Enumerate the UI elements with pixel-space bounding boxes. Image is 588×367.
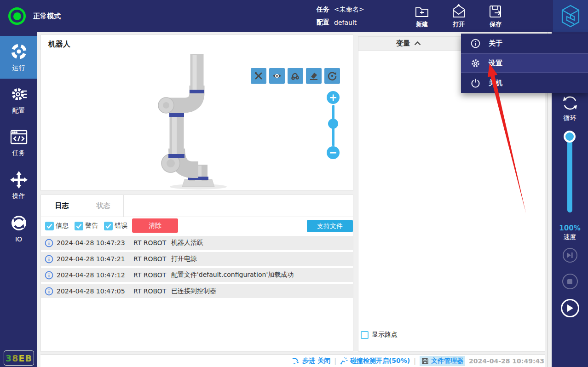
log-time: 2024-04-28 10:47:21	[57, 255, 133, 263]
badge-char: 3	[6, 353, 12, 363]
app-window: 正常模式 任务 <未命名> 配置 default 新建	[0, 0, 588, 367]
top-bar: 正常模式 任务 <未命名> 配置 default 新建	[0, 0, 588, 32]
minus-icon: −	[329, 147, 337, 158]
app-menu-button[interactable]	[553, 0, 588, 32]
io-arrows-icon	[10, 214, 28, 232]
path-icon	[290, 71, 300, 81]
filter-warning-label: 警告	[85, 222, 98, 230]
play-icon	[566, 304, 574, 312]
checkbox-checked-icon	[45, 222, 54, 230]
sidebar-item-operate[interactable]: 操作	[0, 164, 37, 207]
checkbox-checked-icon	[75, 222, 83, 230]
open-task-button[interactable]: 打开	[446, 4, 472, 29]
menu-item-label: 关机	[489, 79, 502, 87]
collision-detection-toggle[interactable]: 碰撞检测开启(50%)	[340, 357, 410, 365]
path-button[interactable]	[288, 68, 303, 84]
sidebar-item-label: 任务	[12, 149, 25, 157]
badge-char: E	[19, 353, 25, 363]
sidebar-item-run[interactable]: 运行	[0, 36, 37, 79]
stop-button[interactable]	[562, 274, 578, 289]
menu-item-label: 关于	[489, 39, 502, 48]
sidebar-item-config[interactable]: 配置	[0, 79, 37, 121]
reset-view-icon	[327, 71, 337, 81]
log-tabs: 日志 状态	[41, 195, 353, 217]
log-source: RT ROBOT	[133, 271, 171, 279]
log-message: 配置文件'default.configuration'加载成功	[171, 271, 353, 279]
task-value: <未命名>	[334, 6, 364, 14]
speed-slider-track[interactable]	[567, 138, 572, 212]
info-circle-icon	[45, 239, 53, 247]
variables-collapse-toggle[interactable]: 变量	[396, 39, 421, 48]
new-task-button[interactable]: 新建	[409, 4, 435, 29]
log-source: RT ROBOT	[133, 255, 171, 263]
step-forward-button[interactable]	[563, 248, 577, 263]
floppy-icon	[421, 357, 429, 365]
log-row: 2024-04-28 10:47:23 RT ROBOT 机器人活跃	[41, 236, 353, 250]
checkbox-unchecked-icon	[361, 331, 369, 339]
config-label: 配置	[317, 18, 329, 27]
filter-error-checkbox[interactable]: 错误	[104, 222, 127, 230]
status-dot-icon	[13, 12, 21, 20]
step-icon	[292, 357, 300, 365]
status-bar: 步进 关闭 | 碰撞检测开启(50%) | 文件管理器 2024-04-28 1…	[40, 354, 545, 367]
loop-toggle[interactable]: 循环	[552, 95, 588, 122]
log-entries: 2024-04-28 10:47:23 RT ROBOT 机器人活跃 2024-…	[41, 236, 353, 300]
log-panel: 日志 状态 信息 警告 错误 清除 支	[40, 195, 353, 352]
file-manager-label: 文件管理器	[431, 357, 463, 365]
zoom-slider-handle[interactable]	[328, 119, 338, 129]
open-task-label: 打开	[453, 20, 465, 29]
save-task-label: 保存	[490, 20, 502, 29]
badge-char: B	[25, 353, 32, 363]
speed-slider-handle[interactable]	[564, 131, 576, 143]
save-task-button[interactable]: 保存	[483, 4, 508, 29]
support-file-button[interactable]: 支持文件	[307, 220, 353, 232]
eraser-icon	[309, 71, 319, 81]
mode-label: 正常模式	[33, 12, 61, 21]
log-message: 机器人活跃	[171, 239, 353, 247]
open-icon	[451, 4, 466, 19]
filter-info-checkbox[interactable]: 信息	[45, 222, 69, 230]
tools-button[interactable]	[251, 68, 266, 84]
step-mode-label: 步进 关闭	[302, 357, 330, 365]
log-source: RT ROBOT	[133, 287, 171, 295]
menu-item-shutdown[interactable]: 关机	[461, 73, 588, 93]
task-label: 任务	[317, 6, 329, 14]
sidebar-item-io[interactable]: IO	[0, 207, 37, 250]
info-icon	[471, 39, 480, 48]
filter-info-label: 信息	[56, 222, 69, 230]
tools-icon	[254, 71, 264, 81]
menu-item-settings[interactable]: 设置	[461, 53, 588, 73]
checkbox-checked-icon	[104, 222, 113, 230]
robot-view-toolbar	[251, 68, 340, 84]
file-manager-button[interactable]: 文件管理器	[420, 356, 465, 366]
clear-log-button[interactable]: 清除	[132, 218, 178, 233]
zoom-out-button[interactable]: −	[327, 146, 340, 159]
badge-char: 8	[12, 353, 18, 363]
code-window-icon	[10, 128, 28, 146]
tab-status[interactable]: 状态	[83, 195, 124, 217]
reset-view-button[interactable]	[324, 68, 340, 84]
new-folder-icon	[415, 4, 429, 19]
show-waypoints-checkbox[interactable]: 显示路点	[361, 331, 398, 339]
eraser-button[interactable]	[306, 68, 322, 84]
play-button[interactable]	[561, 299, 579, 317]
power-icon	[471, 78, 480, 88]
variables-title: 变量	[396, 39, 410, 48]
sidebar-item-task[interactable]: 任务	[0, 121, 37, 164]
speed-value: 100%	[552, 224, 588, 232]
tab-log[interactable]: 日志	[41, 195, 83, 217]
filter-warning-checkbox[interactable]: 警告	[75, 222, 98, 230]
log-row: 2024-04-28 10:47:05 RT ROBOT 已连接到控制器	[41, 284, 353, 298]
info-circle-icon	[45, 255, 53, 264]
skip-icon	[566, 252, 573, 258]
brand-cube-icon	[560, 5, 581, 28]
visibility-button[interactable]	[269, 68, 285, 84]
loop-label: 循环	[564, 114, 576, 122]
info-circle-icon	[45, 287, 53, 296]
zoom-in-button[interactable]: +	[327, 91, 340, 104]
step-mode-toggle[interactable]: 步进 关闭	[292, 357, 330, 365]
new-task-label: 新建	[416, 20, 428, 29]
status-timestamp: 2024-04-28 10:49:43	[469, 357, 544, 365]
menu-item-about[interactable]: 关于	[461, 34, 588, 53]
log-time: 2024-04-28 10:47:05	[57, 287, 133, 295]
